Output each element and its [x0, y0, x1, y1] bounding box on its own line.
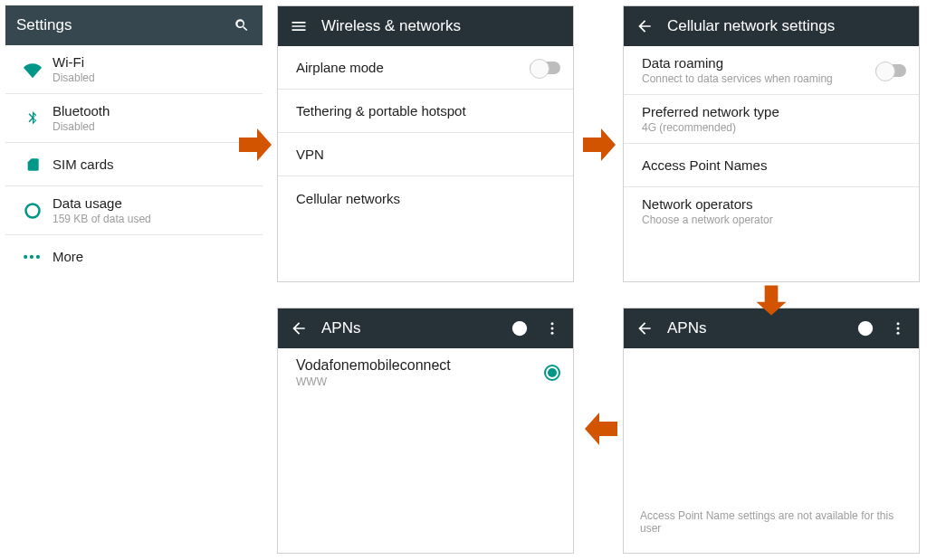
apn-sub: WWW — [296, 375, 544, 388]
arrow-right-icon — [578, 123, 621, 166]
arrow-left-icon — [579, 407, 623, 451]
apn-radio-selected[interactable] — [544, 365, 560, 381]
cellular-item-network-type[interactable]: Preferred network type 4G (recommended) — [624, 95, 919, 144]
wireless-appbar: Wireless & networks — [278, 6, 573, 46]
bluetooth-icon — [18, 110, 47, 127]
item-title: Data usage — [53, 195, 250, 211]
roaming-toggle[interactable] — [875, 64, 906, 77]
settings-panel: Settings Wi-Fi Disabled Bluetooth Disabl… — [5, 5, 263, 277]
overflow-icon[interactable] — [542, 318, 562, 338]
item-title: Network operators — [642, 196, 906, 212]
item-title: Bluetooth — [53, 103, 250, 119]
wireless-item-vpn[interactable]: VPN — [278, 133, 573, 176]
settings-item-more[interactable]: ••• More — [5, 235, 263, 277]
item-title: Airplane mode — [296, 60, 530, 75]
hamburger-icon[interactable] — [289, 16, 309, 36]
settings-appbar: Settings — [5, 5, 263, 45]
settings-item-data-usage[interactable]: Data usage 159 KB of data used — [5, 186, 263, 235]
cellular-title: Cellular network settings — [667, 17, 908, 35]
back-icon[interactable] — [635, 318, 655, 338]
item-title: Cellular networks — [296, 191, 560, 206]
item-sub: 4G (recommended) — [642, 121, 906, 134]
svg-point-3 — [897, 327, 900, 330]
item-sub: Choose a network operator — [642, 214, 906, 226]
svg-point-8 — [551, 332, 554, 335]
settings-item-sim[interactable]: SIM cards — [5, 143, 263, 186]
settings-item-bluetooth[interactable]: Bluetooth Disabled — [5, 94, 263, 143]
add-icon[interactable] — [510, 318, 530, 338]
svg-point-0 — [26, 204, 40, 217]
wireless-title: Wireless & networks — [321, 17, 562, 35]
cellular-item-roaming[interactable]: Data roaming Connect to data services wh… — [624, 46, 919, 95]
settings-title: Settings — [16, 16, 219, 34]
wireless-item-cellular[interactable]: Cellular networks — [278, 176, 573, 220]
svg-point-6 — [551, 322, 554, 325]
cellular-item-operators[interactable]: Network operators Choose a network opera… — [624, 187, 919, 235]
apns-empty-panel: APNs Access Point Name settings are not … — [623, 308, 920, 554]
item-title: SIM cards — [53, 157, 250, 172]
back-icon[interactable] — [289, 318, 309, 338]
wireless-item-tethering[interactable]: Tethering & portable hotspot — [278, 90, 573, 133]
item-title: More — [53, 249, 250, 264]
apns-panel: APNs Vodafonemobileconnect WWW — [277, 308, 574, 554]
item-title: Access Point Names — [642, 157, 906, 173]
add-icon[interactable] — [855, 318, 875, 338]
item-title: Tethering & portable hotspot — [296, 103, 560, 119]
airplane-toggle[interactable] — [530, 62, 560, 74]
settings-item-wifi[interactable]: Wi-Fi Disabled — [5, 45, 263, 94]
back-icon[interactable] — [635, 16, 655, 36]
more-icon: ••• — [18, 250, 47, 264]
svg-point-4 — [897, 332, 900, 335]
cellular-appbar: Cellular network settings — [624, 6, 919, 46]
item-title: VPN — [296, 147, 560, 162]
search-icon[interactable] — [232, 15, 252, 35]
sim-icon — [18, 156, 47, 174]
wifi-icon — [18, 61, 47, 79]
item-sub: Disabled — [53, 120, 250, 133]
arrow-down-icon — [751, 280, 791, 320]
apns-appbar: APNs — [278, 308, 573, 348]
cellular-item-apn[interactable]: Access Point Names — [624, 144, 919, 187]
item-title: Preferred network type — [642, 104, 906, 119]
apns-empty-title: APNs — [667, 319, 843, 337]
overflow-icon[interactable] — [888, 318, 908, 338]
item-sub: 159 KB of data used — [53, 213, 250, 225]
apn-entry[interactable]: Vodafonemobileconnect WWW — [278, 348, 573, 397]
arrow-right-icon — [234, 123, 277, 166]
wireless-item-airplane[interactable]: Airplane mode — [278, 46, 573, 90]
cellular-panel: Cellular network settings Data roaming C… — [623, 5, 920, 282]
svg-point-7 — [551, 327, 554, 330]
data-usage-icon — [18, 202, 47, 220]
item-title: Data roaming — [642, 55, 875, 71]
item-title: Wi-Fi — [53, 54, 250, 70]
apns-empty-message: Access Point Name settings are not avail… — [624, 509, 919, 535]
wireless-panel: Wireless & networks Airplane mode Tether… — [277, 5, 574, 282]
item-sub: Connect to data services when roaming — [642, 72, 875, 85]
apns-title: APNs — [321, 319, 497, 337]
svg-point-2 — [897, 322, 900, 325]
item-sub: Disabled — [53, 71, 250, 84]
apn-name: Vodafonemobileconnect — [296, 357, 544, 374]
